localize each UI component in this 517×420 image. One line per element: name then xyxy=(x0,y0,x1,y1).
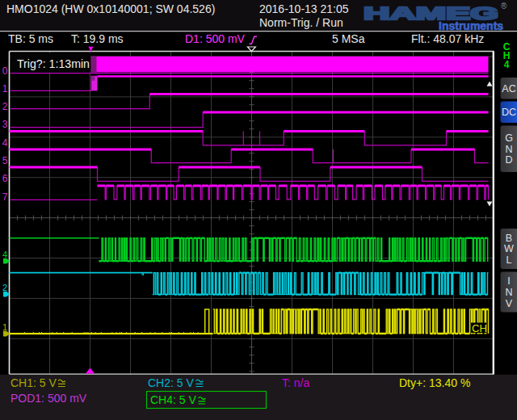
svg-text:Flt.: 48.07 kHz: Flt.: 48.07 kHz xyxy=(411,32,484,45)
svg-text:2016-10-13 21:05: 2016-10-13 21:05 xyxy=(259,2,349,15)
svg-text:Instruments: Instruments xyxy=(439,19,503,32)
svg-text:AC: AC xyxy=(502,83,515,94)
svg-text:W: W xyxy=(504,243,514,254)
svg-text:I: I xyxy=(507,275,510,287)
svg-text:V: V xyxy=(506,298,513,309)
svg-text:4: 4 xyxy=(2,137,8,149)
svg-text:6: 6 xyxy=(2,173,8,184)
svg-text:®: ® xyxy=(501,2,507,10)
svg-text:CH1: 5 V: CH1: 5 V xyxy=(11,376,57,389)
svg-text:3: 3 xyxy=(2,119,8,130)
svg-text:5 MSa: 5 MSa xyxy=(332,32,365,45)
svg-text:CH2: 5 V: CH2: 5 V xyxy=(148,376,194,389)
svg-text:CH4: 5 V: CH4: 5 V xyxy=(150,393,196,406)
svg-text:0: 0 xyxy=(2,65,8,77)
svg-text:POD1: 500 mV: POD1: 500 mV xyxy=(11,392,87,405)
svg-text:N: N xyxy=(505,144,512,155)
svg-text:1: 1 xyxy=(2,322,7,332)
svg-text:N: N xyxy=(505,287,512,298)
svg-text:G: G xyxy=(505,132,513,144)
svg-text:D1: 500 mV: D1: 500 mV xyxy=(185,32,246,45)
svg-text:2: 2 xyxy=(2,283,7,292)
svg-text:TB: 5 ms: TB: 5 ms xyxy=(8,32,53,45)
svg-text:7: 7 xyxy=(2,191,8,203)
svg-text:5: 5 xyxy=(2,155,8,166)
svg-text:Dty+: 13.40 %: Dty+: 13.40 % xyxy=(399,376,470,389)
svg-text:4: 4 xyxy=(504,59,510,70)
svg-text:DC: DC xyxy=(502,107,516,118)
svg-text:T: n/a: T: n/a xyxy=(282,376,309,389)
svg-text:1: 1 xyxy=(2,83,8,94)
svg-text:CH: CH xyxy=(472,322,487,334)
svg-text:Trig?: 1:13min: Trig?: 1:13min xyxy=(17,57,90,70)
svg-text:T: 19.9 ms: T: 19.9 ms xyxy=(71,32,124,45)
svg-text:2: 2 xyxy=(2,101,8,112)
svg-text:L: L xyxy=(506,254,512,266)
svg-text:HMO1024 (HW 0x10140001; SW 04.: HMO1024 (HW 0x10140001; SW 04.526) xyxy=(6,2,215,15)
svg-text:Norm-Trig. / Run: Norm-Trig. / Run xyxy=(259,16,343,29)
svg-text:D: D xyxy=(505,154,512,166)
svg-text:B: B xyxy=(506,233,512,244)
svg-text:4: 4 xyxy=(2,250,7,259)
